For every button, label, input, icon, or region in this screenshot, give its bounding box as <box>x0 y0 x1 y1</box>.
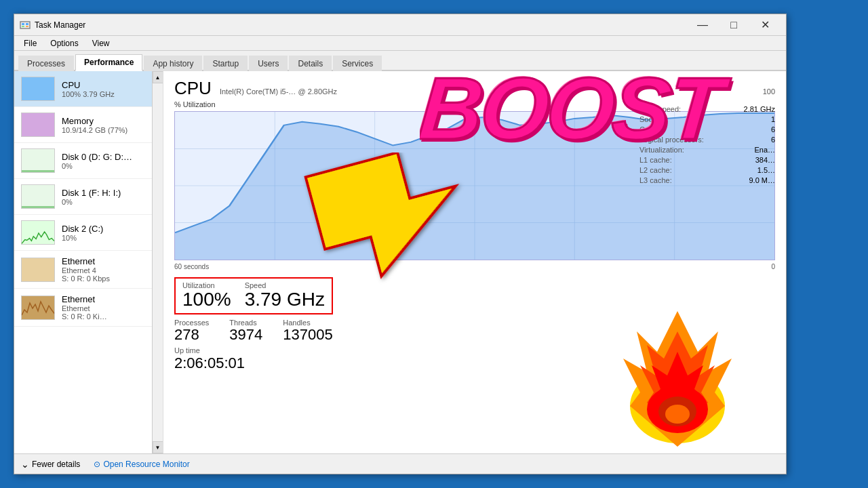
tab-performance[interactable]: Performance <box>75 54 142 71</box>
tab-processes[interactable]: Processes <box>18 56 74 71</box>
virt-value: Ena… <box>754 146 775 154</box>
title-bar: Task Manager — □ ✕ <box>14 14 786 36</box>
uptime-row: Up time 2:06:05:01 <box>174 346 775 371</box>
close-button[interactable]: ✕ <box>749 14 781 36</box>
sockets-label: Sockets: <box>639 115 668 123</box>
open-resource-monitor-link[interactable]: ⊙ Open Resource Monitor <box>94 460 189 469</box>
memory-thumbnail <box>21 113 55 137</box>
speed-stat: Speed 3.79 GHz <box>245 281 325 310</box>
min-label: 0 <box>771 263 775 270</box>
main-content: CPU 100% 3.79 GHz Memory 10.9/14.2 GB (7… <box>14 71 786 453</box>
l1-cache-row: L1 cache: 384… <box>639 156 775 164</box>
fewer-details-icon: ⌄ <box>21 459 29 470</box>
cpu-content-area: CPU Intel(R) Core(TM) i5-… @ 2.80GHz 100… <box>163 71 786 453</box>
l1-label: L1 cache: <box>639 156 672 164</box>
cpu-panel-title: CPU <box>174 78 212 99</box>
tab-services[interactable]: Services <box>333 56 382 71</box>
scroll-down-arrow[interactable]: ▼ <box>153 441 163 453</box>
virtualization-row: Virtualization: Ena… <box>639 146 775 154</box>
menu-options[interactable]: Options <box>45 37 83 49</box>
tab-bar: Processes Performance App history Startu… <box>14 51 786 71</box>
threads-label: Threads <box>229 319 262 327</box>
tab-startup[interactable]: Startup <box>203 56 248 71</box>
sidebar-item-ethernet1[interactable]: Ethernet Ethernet 4 S: 0 R: 0 Kbps <box>14 251 163 289</box>
ethernet2-name: Ethernet <box>62 294 107 304</box>
menu-view[interactable]: View <box>87 37 115 49</box>
logical-value: 6 <box>771 136 775 144</box>
cores-row: Cores: 6 <box>639 125 775 134</box>
base-speed-value: 2.81 GHz <box>744 105 775 113</box>
cpu-max-label: 100 <box>763 87 775 96</box>
l2-value: 1.5… <box>757 166 775 174</box>
ethernet1-thumbnail <box>21 258 55 282</box>
sidebar-item-cpu[interactable]: CPU 100% 3.79 GHz <box>14 71 163 107</box>
title-bar-controls: — □ ✕ <box>687 14 781 36</box>
ethernet1-subname: Ethernet 4 <box>62 266 110 274</box>
sidebar-item-disk0[interactable]: Disk 0 (D: G: D:… 0% <box>14 143 163 179</box>
tab-details[interactable]: Details <box>289 56 332 71</box>
l1-value: 384… <box>755 156 775 164</box>
tab-users[interactable]: Users <box>249 56 288 71</box>
ethernet2-value: S: 0 R: 0 Ki… <box>62 312 107 321</box>
fewer-details-button[interactable]: ⌄ Fewer details <box>21 459 80 470</box>
tab-app-history[interactable]: App history <box>144 56 202 71</box>
base-speed-label: Base speed: <box>639 105 681 113</box>
window-title: Task Manager <box>35 20 85 30</box>
l2-cache-row: L2 cache: 1.5… <box>639 166 775 174</box>
cpu-title-row: CPU Intel(R) Core(TM) i5-… @ 2.80GHz 100 <box>174 78 775 99</box>
svg-point-15 <box>630 369 725 443</box>
time-label: 60 seconds <box>174 263 209 270</box>
resource-monitor-label: Open Resource Monitor <box>103 460 189 469</box>
cpu-panel-subtitle: Intel(R) Core(TM) i5-… @ 2.80GHz <box>220 87 337 96</box>
svg-point-20 <box>658 396 696 426</box>
processes-label: Processes <box>174 319 209 327</box>
bottom-bar: ⌄ Fewer details ⊙ Open Resource Monitor <box>14 453 786 474</box>
handles-label: Handles <box>283 319 332 327</box>
utilization-stat: Utilization 100% <box>182 281 231 310</box>
sidebar-scrollbar[interactable]: ▲ ▼ <box>152 71 163 453</box>
menu-file[interactable]: File <box>18 37 42 49</box>
ethernet1-value: S: 0 R: 0 Kbps <box>62 274 110 283</box>
svg-rect-4 <box>26 26 28 27</box>
disk0-name: Disk 0 (D: G: D:… <box>62 152 132 162</box>
sidebar-item-memory[interactable]: Memory 10.9/14.2 GB (77%) <box>14 107 163 143</box>
scroll-up-arrow[interactable]: ▲ <box>153 71 163 83</box>
logical-processors-row: Logical processors: 6 <box>639 136 775 144</box>
memory-value: 10.9/14.2 GB (77%) <box>62 126 127 134</box>
minimize-button[interactable]: — <box>687 14 718 36</box>
svg-rect-2 <box>26 23 28 25</box>
svg-point-18 <box>647 386 708 433</box>
maximize-button[interactable]: □ <box>718 14 749 36</box>
threads-stat: Threads 3974 <box>229 319 262 343</box>
disk2-name: Disk 2 (C:) <box>62 224 103 234</box>
logical-label: Logical processors: <box>639 136 704 144</box>
handles-stat: Handles 137005 <box>283 319 332 343</box>
resource-monitor-icon: ⊙ <box>94 460 100 469</box>
sidebar: CPU 100% 3.79 GHz Memory 10.9/14.2 GB (7… <box>14 71 163 453</box>
sidebar-item-disk2[interactable]: Disk 2 (C:) 10% <box>14 215 163 251</box>
ethernet2-thumbnail <box>21 296 55 320</box>
task-manager-window: Task Manager — □ ✕ File Options View Pro… <box>14 14 787 474</box>
svg-point-21 <box>665 405 690 424</box>
menu-bar: File Options View <box>14 36 786 51</box>
processes-stat: Processes 278 <box>174 319 209 343</box>
virt-label: Virtualization: <box>639 146 684 154</box>
cpu-thumbnail <box>21 77 55 101</box>
cpu-value: 100% 3.79 GHz <box>62 90 115 98</box>
memory-name: Memory <box>62 116 127 126</box>
scroll-track <box>153 83 163 441</box>
base-speed-row: Base speed: 2.81 GHz <box>639 105 775 113</box>
chart-time-row: 60 seconds 0 <box>174 263 775 270</box>
l3-cache-row: L3 cache: 9.0 M… <box>639 176 775 184</box>
disk1-name: Disk 1 (F: H: I:) <box>62 188 121 198</box>
sidebar-item-disk1[interactable]: Disk 1 (F: H: I:) 0% <box>14 179 163 215</box>
ethernet2-subname: Ethernet <box>62 304 107 312</box>
task-manager-icon <box>20 20 31 30</box>
info-panel: Base speed: 2.81 GHz Sockets: 1 Cores: 6… <box>639 105 775 186</box>
cores-value: 6 <box>771 125 775 134</box>
utilization-value: 100% <box>182 289 231 310</box>
sidebar-item-ethernet2[interactable]: Ethernet Ethernet S: 0 R: 0 Ki… <box>14 289 163 327</box>
disk0-value: 0% <box>62 162 132 170</box>
title-bar-left: Task Manager <box>20 20 85 30</box>
speed-value: 3.79 GHz <box>245 289 325 310</box>
